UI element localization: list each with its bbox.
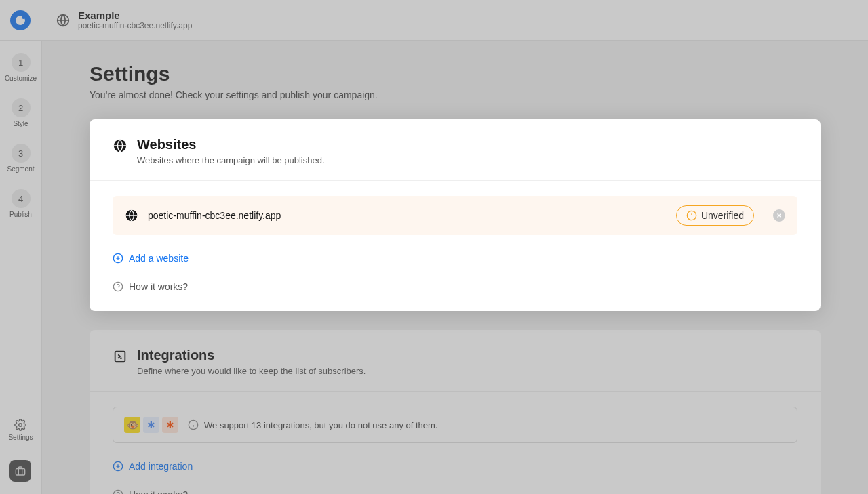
globe-icon	[125, 209, 138, 222]
warning-icon	[686, 210, 697, 221]
integrations-info: 🐵 ✱ ✱ We support 13 integrations, but yo…	[113, 407, 797, 443]
svg-rect-2	[16, 469, 25, 475]
gear-icon	[14, 419, 26, 431]
top-header: Example poetic-muffin-cbc3ee.netlify.app	[0, 0, 868, 41]
site-title: Example	[78, 9, 192, 21]
page-subtitle: You're almost done! Check your settings …	[90, 89, 821, 100]
integrations-card: Integrations Define where you would like…	[90, 330, 821, 494]
info-icon	[188, 419, 199, 430]
card-title: Integrations	[137, 348, 366, 363]
add-website-link[interactable]: Add a website	[113, 253, 797, 264]
card-desc: Websites where the campaign will be publ…	[137, 155, 325, 165]
site-selector[interactable]: Example poetic-muffin-cbc3ee.netlify.app	[56, 9, 192, 30]
briefcase-button[interactable]	[9, 460, 31, 482]
integrations-help-link[interactable]: How it works?	[113, 489, 797, 494]
mailchimp-icon: 🐵	[124, 417, 140, 433]
sidebar-settings[interactable]: Settings	[8, 419, 33, 441]
plus-circle-icon	[113, 461, 123, 472]
page-title: Settings	[90, 62, 821, 85]
status-badge: Unverified	[676, 205, 754, 226]
svg-point-1	[19, 424, 22, 427]
sidebar: 1 Customize 2 Style 3 Segment 4 Publish …	[0, 41, 42, 494]
remove-website-button[interactable]	[773, 209, 785, 222]
plus-circle-icon	[113, 253, 123, 264]
integration-icon	[113, 349, 127, 364]
card-title: Websites	[137, 137, 325, 152]
main-content: Settings You're almost done! Check your …	[42, 41, 868, 494]
close-icon	[776, 212, 783, 219]
app-logo[interactable]	[10, 10, 31, 30]
globe-icon	[56, 14, 70, 27]
card-desc: Define where you would like to keep the …	[137, 366, 366, 376]
add-integration-link[interactable]: Add integration	[113, 461, 797, 472]
step-style[interactable]: 2 Style	[12, 98, 31, 127]
site-domain: poetic-muffin-cbc3ee.netlify.app	[78, 21, 192, 30]
zapier-icon: ✱	[162, 417, 178, 433]
integration-icon-group: 🐵 ✱ ✱	[124, 417, 178, 433]
step-customize[interactable]: 1 Customize	[5, 53, 37, 82]
spiral-icon: ✱	[143, 417, 159, 433]
website-row[interactable]: poetic-muffin-cbc3ee.netlify.app Unverif…	[113, 196, 797, 235]
step-publish[interactable]: 4 Publish	[9, 189, 32, 218]
help-icon	[113, 489, 123, 494]
step-segment[interactable]: 3 Segment	[7, 144, 34, 173]
help-icon	[113, 281, 123, 292]
websites-help-link[interactable]: How it works?	[113, 281, 797, 292]
websites-card: Websites Websites where the campaign wil…	[90, 119, 821, 311]
globe-icon	[113, 138, 127, 153]
website-url: poetic-muffin-cbc3ee.netlify.app	[148, 210, 667, 221]
briefcase-icon	[15, 466, 26, 476]
